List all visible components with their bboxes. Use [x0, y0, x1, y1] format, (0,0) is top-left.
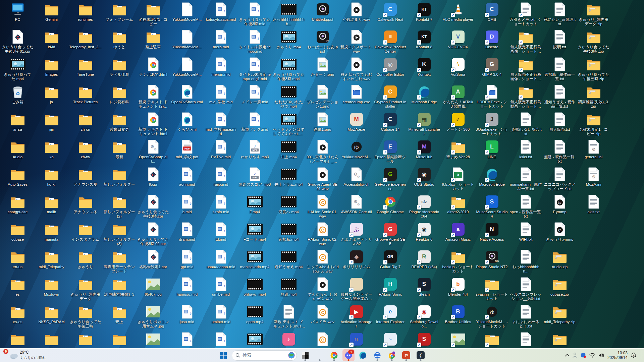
- notification-bell-icon[interactable]: z: [631, 352, 637, 358]
- taskbar-app-snipping-app[interactable]: [299, 349, 311, 361]
- desktop-icon[interactable]: runtimes: [68, 1, 102, 29]
- wifi-icon[interactable]: [589, 353, 595, 358]
- desktop-icon[interactable]: 調声用データテンプレート: [102, 249, 136, 276]
- desktop-icon[interactable]: 選択肢.mp4: [272, 221, 306, 249]
- desktop-icon[interactable]: ♪タイトル未設定.tempo.orig1.mid: [238, 56, 272, 84]
- desktop-icon[interactable]: ja: [35, 84, 68, 111]
- desktop-icon[interactable]: 答え知っててもむずいわこれ.wav: [339, 56, 373, 84]
- desktop-icon[interactable]: maniuta: [35, 221, 68, 249]
- desktop-icon[interactable]: H↗HALion Sonic: [373, 276, 407, 304]
- desktop-icon[interactable]: malib: [35, 194, 68, 221]
- desktop-icon[interactable]: KT↗Kontakt 8: [407, 29, 441, 56]
- desktop-icon[interactable]: ♪umibe.mid: [204, 276, 238, 304]
- desktop-icon[interactable]: ▶↗Activation Manager: [339, 304, 373, 331]
- desktop-icon[interactable]: 新規 テキスト ドキュメント (2).html: [136, 84, 170, 111]
- desktop-icon[interactable]: きゅうり食ってた午後三時: [68, 304, 102, 331]
- desktop-icon[interactable]: YukkuriMovieM...: [170, 56, 204, 84]
- desktop-icon[interactable]: 名称未設定1 - コピー.zip: [577, 111, 610, 139]
- desktop-icon[interactable]: G↗GeForce Experience: [373, 166, 407, 194]
- desktop-icon[interactable]: ↗Microsoft Edge: [407, 84, 441, 111]
- desktop-icon[interactable]: ⚙⚙OpenCvSharp.dll...: [136, 139, 170, 166]
- desktop-icon[interactable]: ⚙⚙AWSSDK.Core.dll: [339, 194, 373, 221]
- desktop-icon[interactable]: J↗JQuake.exe - ショートカット: [475, 111, 509, 139]
- desktop-icon[interactable]: 井上.mp4: [272, 139, 306, 166]
- desktop-icon[interactable]: C↗Crypton Product Installer: [373, 84, 407, 111]
- taskbar-app-powerpoint[interactable]: P: [400, 349, 412, 361]
- desktop-icon[interactable]: 羽尻へ.mp4: [272, 194, 306, 221]
- desktop-icon[interactable]: TimeTune: [68, 56, 102, 84]
- desktop-icon[interactable]: おっhhhhhhhhhh...: [509, 249, 543, 276]
- desktop-icon[interactable]: X↗9.5.xlsx - ショートカット: [441, 166, 475, 194]
- desktop-icon[interactable]: A↗かんたん！AITalk 3 関西風: [441, 84, 475, 111]
- desktop-icon[interactable]: ラベル印刷: [102, 56, 136, 84]
- desktop-icon[interactable]: midi_Telepathy: [35, 249, 68, 276]
- desktop-icon[interactable]: B↗Brother Utilities: [441, 304, 475, 331]
- desktop-icon[interactable]: ohhayo-.mp4: [238, 276, 272, 304]
- desktop-icon[interactable]: C: [306, 331, 339, 349]
- desktop-icon[interactable]: akis.txt: [577, 194, 610, 221]
- desktop-icon[interactable]: インスタグラム: [68, 221, 102, 249]
- desktop-icon[interactable]: フォトフレーム: [102, 1, 136, 29]
- desktop-icon[interactable]: Cきゅうり食ってた午後3時-02.cpr: [136, 221, 170, 249]
- desktop-icon[interactable]: だれだFXいれたやつ.mp4: [272, 84, 306, 111]
- tray-app-icon[interactable]: [580, 352, 586, 358]
- desktop-icon[interactable]: zh-tw: [68, 139, 102, 166]
- desktop-icon[interactable]: ゆF.ymmp: [543, 194, 577, 221]
- desktop-icon[interactable]: NT2Untitled.ppsf: [306, 1, 339, 29]
- desktop-icon[interactable]: ◉↗OBS Studio: [407, 166, 441, 194]
- desktop-icon[interactable]: アナウンス冬: [68, 194, 102, 221]
- desktop-icon[interactable]: ◉↗Steinberg Downlo...: [407, 304, 441, 331]
- desktop-icon[interactable]: S↗: [407, 331, 441, 349]
- desktop-icon[interactable]: ♪mero.mid: [204, 29, 238, 56]
- search-input[interactable]: 検索: [232, 350, 297, 361]
- desktop-icon[interactable]: ⚙⚙Accessibility.dll: [339, 166, 373, 194]
- desktop-icon[interactable]: ♻ごみ箱: [1, 84, 35, 111]
- desktop-icon[interactable]: OpenCvSharp.xml: [170, 84, 204, 111]
- desktop-icon[interactable]: M↗MuseHub: [407, 139, 441, 166]
- desktop-icon[interactable]: かるーく.png: [306, 56, 339, 84]
- desktop-icon[interactable]: ⚙general.ini: [577, 139, 610, 166]
- desktop-icon[interactable]: きゅうりボカコレ用サムネ.jpg: [136, 304, 170, 331]
- desktop-icon[interactable]: D↗Discord: [475, 29, 509, 56]
- desktop-icon[interactable]: 画像1.png: [306, 111, 339, 139]
- desktop-icon[interactable]: ↗syasinn - ショートカット: [475, 276, 509, 304]
- desktop-icon[interactable]: きゅうり食ってた午後3時.mp4: [272, 56, 306, 84]
- desktop-icon[interactable]: es-es: [1, 304, 35, 331]
- desktop-icon[interactable]: 001_東北きりたん（ノーマル）_今じゃ...: [306, 139, 339, 166]
- desktop-icon[interactable]: ↗無人販売不正行為動画 - ショートカット: [509, 84, 543, 111]
- desktop-icon[interactable]: ⚙MoZA.ini: [577, 166, 610, 194]
- desktop-icon[interactable]: 死にたい_ゅ歌詞.txt: [543, 1, 577, 29]
- desktop-icon[interactable]: ♪: [272, 331, 306, 349]
- desktop-icon[interactable]: V↗VOICEVOX: [441, 29, 475, 56]
- desktop-icon[interactable]: 選択肢 - 親作品一覧.txt: [543, 56, 577, 84]
- desktop-icon[interactable]: Audio.zip: [543, 249, 577, 276]
- desktop-icon[interactable]: ♪uaaaaaaaaa.mid: [204, 249, 238, 276]
- desktop-icon[interactable]: b↗Blender 4.4: [441, 276, 475, 304]
- desktop-icon[interactable]: E↗Epson 接続診断ツール: [373, 139, 407, 166]
- desktop-icon[interactable]: アナウンス夏: [68, 166, 102, 194]
- desktop-icon[interactable]: ϟ↗VoiSona: [441, 56, 475, 84]
- desktop-icon[interactable]: ♪: [204, 331, 238, 349]
- desktop-icon[interactable]: ♪mid_学校muse.mid: [204, 111, 238, 139]
- desktop-icon[interactable]: 路上駐車: [136, 29, 170, 56]
- desktop-icon[interactable]: jijii: [35, 111, 68, 139]
- desktop-icon[interactable]: K↗Kontakt: [407, 56, 441, 84]
- desktop-icon[interactable]: GR↗Guitar Rig 7: [373, 249, 407, 276]
- desktop-icon[interactable]: [543, 331, 577, 349]
- desktop-icon[interactable]: C名称未設定1.cpr: [136, 249, 170, 276]
- desktop-icon[interactable]: ↗HDDFMT.exe - ショートカット: [475, 84, 509, 111]
- desktop-icon[interactable]: [102, 331, 136, 349]
- desktop-icon[interactable]: midi_Telepathy.zip: [543, 304, 577, 331]
- desktop-icon[interactable]: ✓↗ノートン 360: [441, 111, 475, 139]
- clock[interactable]: 10:03 2025/09/14: [607, 351, 628, 360]
- desktop-icon[interactable]: ↗無人販売不正行為画像 - ショートカット: [509, 56, 543, 84]
- desktop-icon[interactable]: ↗airset2-2019: [441, 194, 475, 221]
- desktop-icon[interactable]: ↗backup - ショートカット: [441, 249, 475, 276]
- desktop-icon[interactable]: Fコード.mp4: [238, 221, 272, 249]
- desktop-icon[interactable]: ♪MP3わかりやす.mp3: [238, 139, 272, 166]
- desktop-icon[interactable]: きゅうり: [68, 249, 102, 276]
- desktop-icon[interactable]: ♪mid_学校.mid: [204, 84, 238, 111]
- desktop-icon[interactable]: ♪meroin.mid: [204, 56, 238, 84]
- desktop-icon[interactable]: Cきゅうり食ってた午後3時-01.cpr: [1, 29, 35, 56]
- desktop-icon[interactable]: [68, 331, 102, 349]
